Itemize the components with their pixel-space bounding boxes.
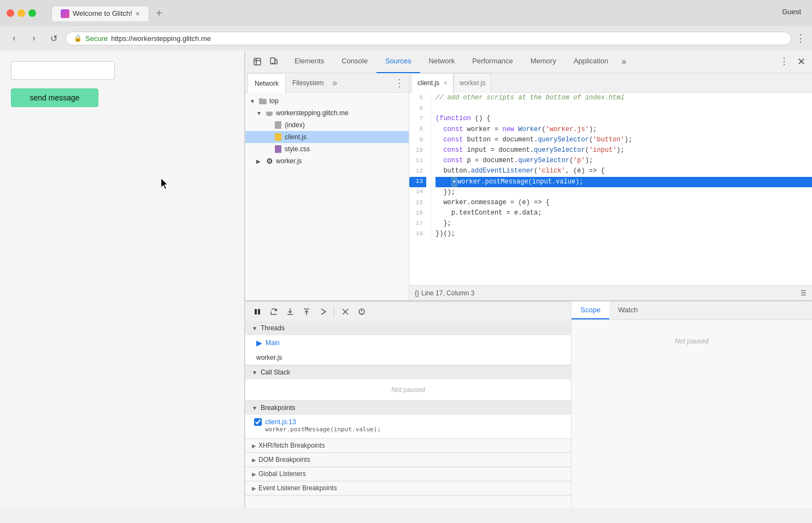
file-icon-clientjs [274, 133, 283, 141]
code-line-16: p.textContent = e.data; [436, 208, 812, 218]
ln-15: 15 [409, 198, 426, 208]
scope-not-paused: Not paused [578, 326, 805, 356]
ln-14: 14 [409, 187, 426, 198]
back-button[interactable]: ‹ [7, 31, 22, 46]
debug-separator [334, 306, 334, 317]
global-arrow: ▶ [252, 471, 256, 477]
ln-10: 10 [409, 145, 426, 156]
svg-rect-10 [258, 309, 260, 314]
browser-tab[interactable]: Welcome to Glitch! × [51, 5, 149, 21]
gear-icon-workerjs: ⚙ [265, 157, 274, 165]
folder-icon-top [258, 97, 267, 105]
minimize-button[interactable] [17, 9, 25, 17]
send-message-button[interactable]: send message [11, 88, 98, 107]
ln-9: 9 [409, 135, 426, 145]
editor-tab-clientjs[interactable]: client.js × [411, 73, 454, 93]
tab-close-button[interactable]: × [136, 9, 140, 18]
forward-button[interactable]: › [26, 31, 42, 46]
editor-tab-workerjs-label: worker.js [460, 79, 485, 87]
tree-item-stylecss[interactable]: ▶ style.css [245, 143, 409, 155]
cursor-pointer [161, 179, 170, 193]
thread-main[interactable]: ▶ Main [245, 335, 571, 350]
threads-header[interactable]: ▼ Threads [245, 321, 571, 335]
dom-breakpoints-header[interactable]: ▶ DOM Breakpoints [245, 453, 571, 467]
code-editor: client.js × worker.js 5 6 7 [409, 73, 812, 300]
code-line-9: const button = document.querySelector('b… [436, 135, 812, 145]
devtools-close-button[interactable]: ✕ [795, 56, 808, 68]
device-mode-icon[interactable] [266, 54, 281, 69]
step-over-button[interactable] [266, 304, 281, 319]
svg-rect-0 [254, 58, 261, 65]
callstack-header[interactable]: ▼ Call Stack [245, 365, 571, 379]
event-listener-header[interactable]: ▶ Event Listener Breakpoints [245, 482, 571, 495]
breakpoint-checkbox-1[interactable] [254, 418, 262, 426]
code-text[interactable]: // add other scripts at the bottom of in… [431, 93, 812, 240]
sources-more-tabs[interactable]: » [332, 78, 337, 88]
address-input[interactable]: 🔒 Secure https://workerstepping.glitch.m… [66, 32, 791, 45]
tab-console[interactable]: Console [333, 50, 376, 73]
editor-tab-clientjs-close[interactable]: × [444, 79, 448, 87]
step-into-button[interactable] [283, 304, 298, 319]
editor-tab-workerjs[interactable]: worker.js [454, 73, 491, 93]
pause-button[interactable] [250, 304, 265, 319]
thread-main-arrow: ▶ [256, 338, 262, 347]
svg-point-17 [361, 313, 362, 314]
code-line-12: button.addEventListener('click', (e) => … [436, 166, 812, 176]
curly-braces-icon: {} [415, 289, 419, 297]
tree-item-index[interactable]: ▶ (index) [245, 119, 409, 131]
code-line-14: }); [436, 187, 812, 198]
devtools-menu-button[interactable]: ⋮ [778, 56, 791, 67]
tree-item-clientjs[interactable]: ▶ client.js [245, 131, 409, 143]
inspector-icon[interactable] [250, 54, 265, 69]
thread-main-label: Main [266, 339, 280, 347]
message-input[interactable] [11, 61, 115, 80]
tab-elements[interactable]: Elements [286, 50, 333, 73]
watch-tab[interactable]: Watch [609, 301, 646, 319]
dom-arrow: ▶ [252, 457, 256, 463]
more-tabs-button[interactable]: » [617, 57, 631, 67]
code-content[interactable]: 5 6 7 8 9 10 11 12 13 14 15 [409, 93, 812, 285]
scope-tab[interactable]: Scope [572, 301, 609, 319]
new-tab-button[interactable]: + [149, 6, 169, 21]
devtools-panel: Elements Console Sources Network Perform… [245, 50, 812, 508]
tab-sources[interactable]: Sources [376, 50, 420, 73]
status-bar-text: Line 17, Column 3 [421, 289, 474, 297]
tree-item-domain[interactable]: ▼ workerstepping.glitch.me [245, 107, 409, 119]
svg-point-8 [269, 111, 273, 115]
refresh-button[interactable]: ↺ [46, 31, 61, 46]
thread-workerjs-label: worker.js [256, 354, 282, 361]
resume-button[interactable] [315, 304, 331, 319]
secure-text: Secure [85, 34, 108, 43]
thread-workerjs[interactable]: worker.js [245, 350, 571, 365]
cloud-icon [265, 109, 274, 117]
event-arrow: ▶ [252, 485, 256, 491]
sources-tab-network[interactable]: Network [248, 73, 286, 93]
maximize-button[interactable] [28, 9, 36, 17]
ln-16: 16 [409, 208, 426, 218]
tree-item-top[interactable]: ▼ top [245, 95, 409, 107]
close-button[interactable] [7, 9, 14, 17]
tab-network[interactable]: Network [420, 50, 464, 73]
xhr-breakpoints-header[interactable]: ▶ XHR/fetch Breakpoints [245, 439, 571, 453]
tree-arrow-workerjs: ▶ [256, 158, 263, 164]
pause-on-exceptions-button[interactable] [354, 304, 369, 319]
sources-tab-filesystem[interactable]: Filesystem [286, 73, 330, 93]
guest-label: Guest [782, 8, 801, 16]
global-listeners-header[interactable]: ▶ Global Listeners [245, 467, 571, 481]
step-out-button[interactable] [299, 304, 314, 319]
scope-watch-tabs: Scope Watch [572, 301, 812, 320]
address-bar: ‹ › ↺ 🔒 Secure https://workerstepping.gl… [0, 26, 812, 50]
deactivate-breakpoints-button[interactable] [338, 304, 353, 319]
tree-label-top: top [269, 97, 279, 105]
breakpoints-header[interactable]: ▼ Breakpoints [245, 401, 571, 415]
tab-application[interactable]: Application [565, 50, 617, 73]
breakpoints-label: Breakpoints [261, 404, 295, 412]
tab-performance[interactable]: Performance [463, 50, 521, 73]
threads-label: Threads [261, 324, 285, 332]
sources-tab-menu[interactable]: ⋮ [395, 77, 404, 89]
tab-memory[interactable]: Memory [522, 50, 565, 73]
tree-item-workerjs[interactable]: ▶ ⚙ worker.js [245, 155, 409, 167]
browser-menu-button[interactable]: ⋮ [796, 32, 805, 44]
ln-5: 5 [409, 93, 426, 103]
tree-label-clientjs: client.js [285, 133, 307, 141]
